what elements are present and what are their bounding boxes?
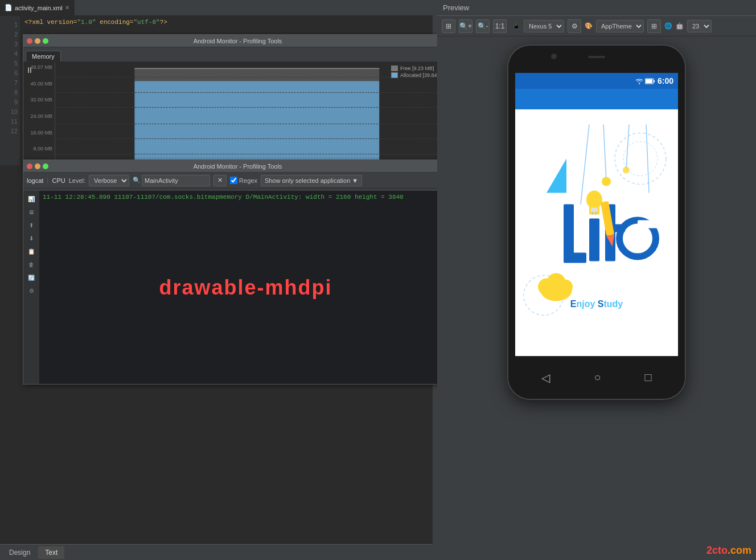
status-time: 6:00	[658, 76, 673, 85]
svg-point-3	[639, 83, 640, 84]
regex-checkbox[interactable]	[230, 177, 237, 184]
theme-select[interactable]: AppTheme	[596, 20, 644, 32]
globe-icon: 🌐	[664, 22, 672, 30]
phone-camera	[551, 54, 557, 59]
log-line-1: 11-11 12:28:45.890 11107-11107/com.socks…	[39, 191, 452, 203]
monitor-titlebar-1: Android Monitor - Profiling Tools	[23, 35, 452, 47]
svg-marker-1	[134, 81, 379, 163]
nav-back-btn[interactable]: ◁	[541, 371, 550, 385]
win-max-btn-1[interactable]	[43, 38, 48, 44]
theme-icon: 🎨	[585, 22, 593, 30]
line-numbers: 123456 789101112	[0, 17, 20, 165]
win-max-btn-2[interactable]	[43, 163, 48, 169]
text-tab[interactable]: Text	[38, 546, 64, 559]
device-settings-btn[interactable]: ⚙	[568, 19, 581, 33]
phone-statusbar: 6:00	[515, 73, 678, 89]
svg-point-26	[586, 191, 602, 209]
zoom-reset-btn[interactable]: 1:1	[493, 19, 507, 33]
monitor-title-1: Android Monitor - Profiling Tools	[194, 38, 282, 44]
design-tab[interactable]: Design	[2, 546, 37, 559]
drawable-text: drawable-mhdpi	[159, 276, 332, 300]
api-select[interactable]: 23	[687, 20, 712, 32]
preview-toolbar: ⊞ 🔍+ 🔍- 1:1 📱 Nexus 5 ⚙ 🎨 AppTheme ⊞ 🌐 🤖…	[437, 16, 756, 36]
legend-free-label: Free [9.23 MB]	[400, 66, 434, 71]
preview-panel: Preview ⊞ 🔍+ 🔍- 1:1 📱 Nexus 5 ⚙ 🎨 AppThe…	[437, 0, 756, 560]
cpu-label-toolbar[interactable]: CPU	[52, 177, 65, 184]
nav-recent-btn[interactable]: □	[644, 371, 651, 384]
cpu-icon-6[interactable]: 🗑	[26, 259, 37, 270]
svg-rect-27	[591, 208, 598, 212]
text-tab-label: Text	[45, 549, 57, 557]
cpu-left-toolbar: 📊 🖥 ⬆ ⬇ 📋 🗑 🔄 ⚙	[23, 191, 39, 384]
svg-rect-6	[654, 80, 655, 82]
legend-allocated-color	[391, 72, 398, 78]
preview-header: Preview	[437, 0, 756, 16]
phone-content: Enjoy Study	[515, 109, 678, 356]
logcat-toolbar: logcat | CPU Level: Verbose 🔍 ✕ Regex Sh…	[23, 173, 452, 189]
regex-checkbox-label[interactable]: Regex	[230, 177, 257, 184]
show-only-btn[interactable]: Show only selected application ▼	[261, 175, 362, 186]
search-input[interactable]	[142, 175, 210, 186]
monitor-window-memory: Android Monitor - Profiling Tools Memory…	[23, 34, 453, 171]
zoom-out-btn[interactable]: 🔍-	[476, 19, 490, 33]
app-toolbar	[515, 89, 678, 109]
clear-icon: ✕	[217, 177, 223, 184]
watermark: 2cto.com	[706, 545, 751, 557]
tab-label: activity_main.xml	[15, 5, 63, 11]
svg-rect-19	[564, 253, 586, 263]
separator: |	[47, 177, 48, 185]
phone-nav-bar: ◁ ○ □	[508, 356, 685, 399]
wifi-icon	[635, 78, 643, 84]
nav-home-btn[interactable]: ○	[594, 371, 601, 384]
memory-pause-icon[interactable]: ⏸	[26, 66, 34, 75]
tab-close-icon[interactable]: ✕	[65, 5, 69, 11]
window-controls-2	[27, 163, 48, 169]
android-icon: 🤖	[676, 22, 684, 30]
battery-icon	[645, 78, 655, 84]
cpu-icon-1[interactable]: 📊	[26, 193, 37, 205]
clear-btn[interactable]: ✕	[213, 175, 227, 186]
win-close-btn-2[interactable]	[27, 163, 32, 169]
tab-bar: 📄 activity_main.xml ✕	[0, 0, 433, 16]
layout-btn[interactable]: ⊞	[647, 19, 661, 33]
device-select[interactable]: Nexus 5	[524, 20, 564, 32]
zoom-fit-btn[interactable]: ⊞	[442, 19, 455, 33]
show-only-label: Show only selected application	[265, 177, 350, 184]
win-min-btn-1[interactable]	[35, 38, 40, 44]
verbose-select[interactable]: Verbose	[89, 175, 129, 186]
cpu-icon-7[interactable]: 🔄	[26, 272, 37, 283]
logcat-label[interactable]: logcat	[27, 177, 43, 184]
window-controls-1	[27, 38, 48, 44]
cpu-main-area: 11-11 12:28:45.890 11107-11107/com.socks…	[39, 191, 452, 384]
cpu-content: 📊 🖥 ⬆ ⬇ 📋 🗑 🔄 ⚙ 11-11 12:28:45.890 11107…	[23, 191, 452, 384]
svg-rect-5	[646, 79, 652, 83]
zoom-in-btn[interactable]: 🔍+	[459, 19, 472, 33]
app-illustration: Enjoy Study	[515, 109, 678, 356]
svg-rect-21	[589, 219, 599, 261]
svg-point-16	[623, 167, 630, 174]
svg-point-15	[602, 177, 611, 186]
watermark-sub: .com	[728, 545, 751, 556]
cpu-icon-4[interactable]: ⬇	[26, 232, 37, 244]
cpu-icon-2[interactable]: 🖥	[26, 206, 37, 218]
search-icon: 🔍	[133, 177, 141, 184]
svg-point-35	[547, 273, 566, 293]
bottom-tabs: Design Text	[0, 544, 433, 560]
win-min-btn-2[interactable]	[35, 163, 40, 169]
svg-rect-25	[638, 220, 660, 228]
dropdown-arrow-icon: ▼	[352, 177, 358, 184]
code-line-1: <?xml version="1.0" encoding="utf-8"?>	[24, 19, 167, 26]
legend-free-color	[391, 66, 398, 71]
tab-activity-main[interactable]: 📄 activity_main.xml ✕	[0, 0, 75, 16]
level-label: Level:	[69, 177, 85, 184]
watermark-text: 2cto	[706, 545, 728, 556]
cpu-icon-3[interactable]: ⬆	[26, 219, 37, 231]
phone-outer: 6:00	[508, 46, 685, 399]
win-close-btn-1[interactable]	[27, 38, 32, 44]
cpu-icon-5[interactable]: 📋	[26, 246, 37, 257]
chart-area: Free [9.23 MB] Allocated [39.84 MB] 0s 5…	[55, 62, 452, 170]
cpu-icon-8[interactable]: ⚙	[26, 285, 37, 296]
monitor-tabs-1: Memory	[23, 47, 452, 62]
svg-marker-0	[134, 68, 379, 81]
memory-tab[interactable]: Memory	[26, 51, 61, 62]
